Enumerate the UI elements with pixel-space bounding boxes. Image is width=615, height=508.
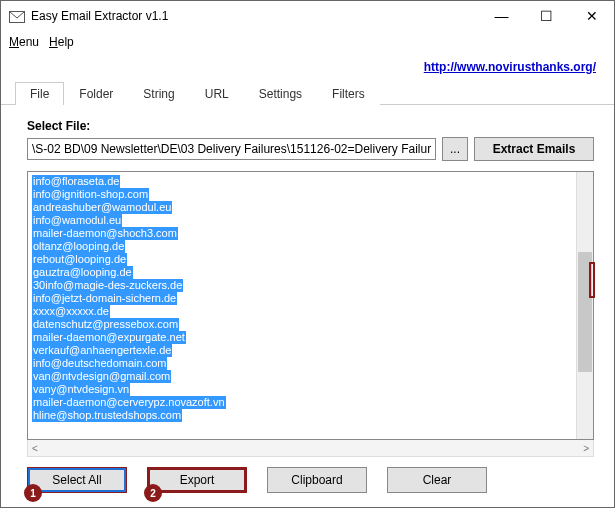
clear-button[interactable]: Clear [387, 467, 487, 493]
file-path-input[interactable] [27, 138, 436, 160]
action-button-row: Select All 1 Export 2 Clipboard Clear [27, 467, 594, 493]
tab-filters[interactable]: Filters [317, 82, 380, 105]
close-button[interactable]: ✕ [569, 2, 614, 31]
extract-emails-button[interactable]: Extract Emails [474, 137, 594, 161]
vendor-link[interactable]: http://www.novirusthanks.org/ [424, 60, 596, 74]
list-item[interactable]: van@ntvdesign@gmail.com [32, 370, 572, 383]
browse-button[interactable]: ... [442, 137, 468, 161]
select-all-label: Select All [52, 473, 101, 487]
tab-settings[interactable]: Settings [244, 82, 317, 105]
list-item[interactable]: info@wamodul.eu [32, 214, 572, 227]
annotation-scroll-marker [589, 262, 595, 298]
list-item[interactable]: xxxx@xxxxx.de [32, 305, 572, 318]
minimize-button[interactable]: — [479, 2, 524, 31]
maximize-button[interactable]: ☐ [524, 2, 569, 31]
export-button[interactable]: Export 2 [147, 467, 247, 493]
menu-item-menu[interactable]: Menu [9, 35, 39, 49]
link-row: http://www.novirusthanks.org/ [1, 53, 614, 81]
list-item[interactable]: info@jetzt-domain-sichern.de [32, 292, 572, 305]
clipboard-button[interactable]: Clipboard [267, 467, 367, 493]
list-item[interactable]: andreashuber@wamodul.eu [32, 201, 572, 214]
list-item[interactable]: 30info@magie-des-zuckers.de [32, 279, 572, 292]
list-item[interactable]: info@ignition-shop.com [32, 188, 572, 201]
list-item[interactable]: datenschutz@pressebox.com [32, 318, 572, 331]
list-item[interactable]: info@floraseta.de [32, 175, 572, 188]
results-listbox[interactable]: info@floraseta.deinfo@ignition-shop.coma… [27, 171, 594, 440]
annotation-callout-2: 2 [144, 484, 162, 502]
menubar: Menu Help [1, 31, 614, 53]
vertical-scrollbar[interactable] [576, 172, 593, 439]
list-item[interactable]: hline@shop.trustedshops.com [32, 409, 572, 422]
annotation-callout-1: 1 [24, 484, 42, 502]
tab-folder[interactable]: Folder [64, 82, 128, 105]
select-all-button[interactable]: Select All 1 [27, 467, 127, 493]
tabstrip: File Folder String URL Settings Filters [1, 81, 614, 105]
horizontal-scrollbar[interactable]: < > [27, 440, 594, 457]
select-file-label: Select File: [27, 119, 594, 133]
tab-file[interactable]: File [15, 82, 64, 105]
scroll-left-icon[interactable]: < [32, 443, 38, 454]
list-item[interactable]: vany@ntvdesign.vn [32, 383, 572, 396]
tab-url[interactable]: URL [190, 82, 244, 105]
titlebar: Easy Email Extractor v1.1 — ☐ ✕ [1, 1, 614, 31]
list-item[interactable]: info@deutschedomain.com [32, 357, 572, 370]
content-area: Select File: ... Extract Emails info@flo… [1, 105, 614, 507]
app-window: Easy Email Extractor v1.1 — ☐ ✕ Menu Hel… [0, 0, 615, 508]
file-row: ... Extract Emails [27, 137, 594, 161]
list-item[interactable]: gauztra@looping.de [32, 266, 572, 279]
list-item[interactable]: oltanz@looping.de [32, 240, 572, 253]
list-item[interactable]: verkauf@anhaengertexle.de [32, 344, 572, 357]
list-item[interactable]: mailer-daemon@expurgate.net [32, 331, 572, 344]
menu-item-help[interactable]: Help [49, 35, 74, 49]
list-item[interactable]: mailer-daemon@shoch3.com [32, 227, 572, 240]
scroll-right-icon[interactable]: > [583, 443, 589, 454]
window-title: Easy Email Extractor v1.1 [31, 9, 168, 23]
list-item[interactable]: rebout@looping.de [32, 253, 572, 266]
tab-string[interactable]: String [128, 82, 189, 105]
list-item[interactable]: mailer-daemon@cerverypz.novazoft.vn [32, 396, 572, 409]
export-label: Export [180, 473, 215, 487]
envelope-icon [9, 9, 25, 23]
